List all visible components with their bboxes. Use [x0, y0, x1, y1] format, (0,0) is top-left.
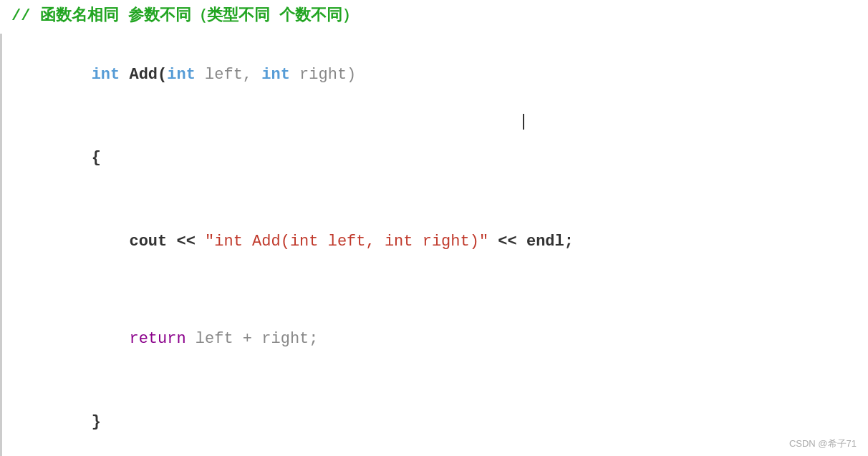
- func1-return-type: int: [92, 66, 120, 84]
- func1-signature-content: int Add(int left, int right): [7, 35, 356, 115]
- func1-cout-string: "int Add(int left, int right)": [205, 233, 488, 251]
- block-marker-1f: [0, 380, 2, 456]
- func1-signature: int Add(int left, int right): [0, 34, 868, 117]
- func1-return-kw: return: [92, 330, 196, 348]
- block-marker-1d: [0, 283, 2, 297]
- func1-cout-endl: endl: [526, 233, 564, 251]
- func1-open-brace-char: {: [92, 149, 101, 167]
- func1-cout-semi: ;: [564, 233, 574, 251]
- func1-cout-op2: <<: [488, 233, 526, 251]
- func1-param2-type: int: [261, 66, 290, 84]
- func1-cout-op1: <<: [176, 233, 205, 251]
- func1-close-brace: }: [0, 380, 868, 456]
- func1-return-line: return left + right;: [0, 297, 868, 380]
- comment-line: // 函数名相同 参数不同（类型不同 个数不同）: [0, 0, 868, 34]
- func1-close-brace-content: }: [7, 382, 101, 456]
- func1-close-brace-char: }: [92, 413, 101, 431]
- watermark: CSDN @希子71: [789, 437, 857, 450]
- code-editor: // 函数名相同 参数不同（类型不同 个数不同） int Add(int lef…: [0, 0, 868, 456]
- block-marker-1b: [0, 117, 2, 200]
- func1-return-expr: left + right;: [196, 330, 319, 348]
- func1-cout-line: cout << "int Add(int left, int right)" <…: [0, 200, 868, 283]
- block-marker-1: [0, 34, 2, 117]
- func1-open-brace: {: [0, 117, 868, 200]
- function-block-1: int Add(int left, int right) { cout << "…: [0, 34, 868, 456]
- func1-cout-kw: cout: [92, 233, 177, 251]
- watermark-text: CSDN @希子71: [789, 438, 857, 449]
- block-marker-1c: [0, 200, 2, 283]
- func1-cout-content: cout << "int Add(int left, int right)" <…: [7, 201, 574, 281]
- func1-param1-name: left,: [196, 66, 261, 84]
- comment-text: // 函数名相同 参数不同（类型不同 个数不同）: [11, 7, 358, 25]
- func1-open-brace-content: {: [7, 118, 101, 198]
- func1-name: Add(: [120, 66, 167, 84]
- block-marker-1e: [0, 297, 2, 380]
- func1-param1-type: int: [167, 66, 196, 84]
- func1-param2-name: right): [290, 66, 356, 84]
- func1-return-content: return left + right;: [7, 299, 319, 379]
- func1-empty-line: [0, 283, 868, 297]
